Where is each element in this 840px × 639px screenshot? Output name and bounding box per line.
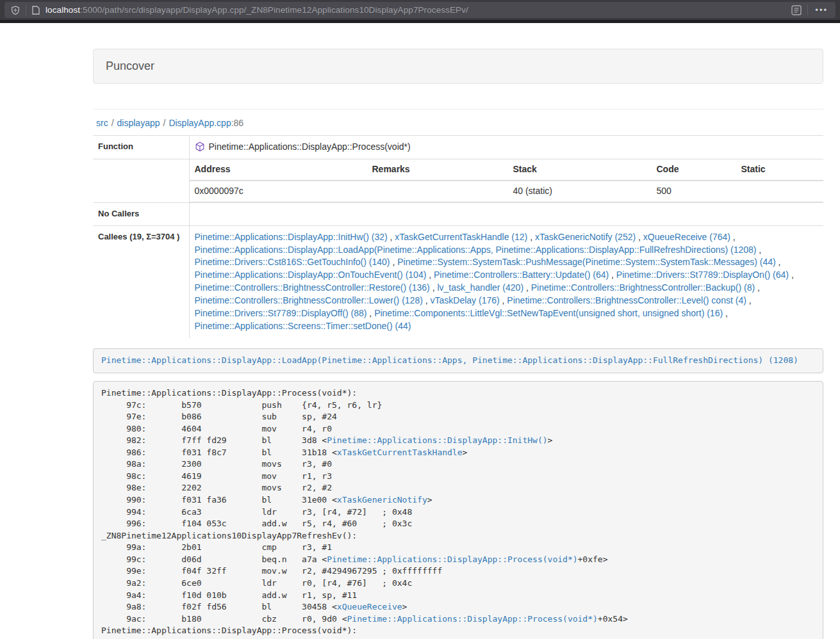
url-bar[interactable]: localhost:5000/path/src/displayapp/Displ…: [4, 2, 836, 18]
code-text: 982: f7ff fd29 bl 3d8 <: [101, 435, 327, 445]
browser-toolbar: localhost:5000/path/src/displayapp/Displ…: [0, 0, 840, 23]
code-line: 982: f7ff fd29 bl 3d8 <Pinetime::Applica…: [101, 435, 815, 447]
callee-link[interactable]: xQueueReceive (764): [643, 232, 730, 242]
code-symbol-link[interactable]: Pinetime::Applications::DisplayApp::Proc…: [347, 614, 598, 624]
code-text: Pinetime::Applications::DisplayApp::Proc…: [101, 626, 357, 635]
code-text: >: [463, 448, 468, 457]
callee-link[interactable]: Pinetime::Drivers::Cst816S::GetTouchInfo…: [195, 257, 390, 267]
code-text: 98a: 2300 movs r3, #0: [101, 459, 332, 469]
callee-link[interactable]: Pinetime::System::SystemTask::PushMessag…: [397, 257, 776, 267]
code-text: 97e: b086 sub sp, #24: [101, 412, 337, 421]
code-symbol-link[interactable]: Pinetime::Applications::DisplayApp::Proc…: [327, 554, 577, 564]
code-text: 990: f031 fa36 bl 31e00 <: [101, 495, 337, 505]
callers-row: No Callers: [93, 202, 823, 225]
code-text: 97c: b570 push {r4, r5, r6, lr}: [101, 400, 382, 410]
stack-value: 40 (static): [508, 181, 652, 202]
breadcrumb-link-displayapp[interactable]: displayapp: [117, 118, 160, 128]
function-row: Function Pinetime::Applications::Display…: [93, 136, 823, 159]
code-line: 990: f031 fa36 bl 31e00 <xTaskGenericNot…: [101, 494, 815, 506]
function-label: Function: [93, 136, 189, 159]
code-line: 994: 6ca3 ldr r3, [r4, #72] ; 0x48: [101, 506, 815, 519]
reader-mode-icon[interactable]: [791, 5, 802, 15]
code-symbol-link[interactable]: xQueueReceive: [337, 602, 402, 611]
callee-link[interactable]: lv_task_handler (420): [437, 282, 523, 293]
callee-link[interactable]: Pinetime::Controllers::BrightnessControl…: [507, 295, 746, 305]
static-value: [736, 181, 824, 202]
function-name: Pinetime::Applications::DisplayApp::Proc…: [209, 141, 411, 154]
shield-icon[interactable]: [11, 5, 20, 15]
col-remarks: Remarks: [367, 159, 508, 181]
divider-rule: [93, 109, 823, 109]
url-host: localhost: [45, 5, 80, 15]
col-static: Static: [736, 159, 824, 181]
col-address: Address: [190, 159, 367, 181]
callee-link[interactable]: Pinetime::Applications::DisplayApp::Init…: [195, 232, 388, 242]
function-table: Function Pinetime::Applications::Display…: [93, 135, 823, 338]
cube-icon: [195, 142, 205, 152]
address-value: 0x0000097c: [190, 181, 367, 202]
stats-table: Address Remarks Stack Code Static 0x0000…: [190, 159, 824, 202]
code-text: >: [427, 495, 432, 505]
code-line: 9a8: f02f fd56 bl 30458 <xQueueReceive>: [101, 601, 815, 613]
url-path: :5000/path/src/displayapp/DisplayApp.cpp…: [80, 5, 468, 15]
menu-ellipsis-icon[interactable]: •••: [814, 6, 829, 14]
callee-link[interactable]: Pinetime::Applications::DisplayApp::OnTo…: [195, 270, 427, 280]
code-line: Pinetime::Applications::DisplayApp::Proc…: [101, 625, 815, 637]
code-line: 9a4: f10d 010b add.w r1, sp, #11: [101, 590, 815, 602]
code-line: 980: 4604 mov r4, r0: [101, 423, 815, 435]
code-text: 9a2: 6ce0 ldr r0, [r4, #76] ; 0x4c: [101, 578, 412, 588]
breadcrumb-link-file[interactable]: DisplayApp.cpp: [169, 118, 231, 128]
callee-link[interactable]: Pinetime::Controllers::Battery::Update()…: [434, 270, 609, 280]
callee-link[interactable]: Pinetime::Controllers::BrightnessControl…: [195, 295, 423, 305]
code-symbol-link[interactable]: xTaskGenericNotify: [337, 495, 427, 505]
callee-link[interactable]: Pinetime::Components::LittleVgl::SetNewT…: [374, 308, 723, 318]
callees-label: Callees (19, Σ=3704 ): [93, 225, 189, 338]
callee-link[interactable]: Pinetime::Controllers::BrightnessControl…: [195, 282, 430, 293]
callees-list: Pinetime::Applications::DisplayApp::Init…: [189, 225, 823, 338]
page-title: Puncover: [106, 60, 154, 73]
code-text: 99a: 2b01 cmp r3, #1: [101, 542, 332, 552]
app-header: Puncover: [93, 49, 823, 84]
code-text: >: [548, 435, 553, 445]
breadcrumb-link-src[interactable]: src: [96, 118, 108, 128]
code-line: 996: f104 053c add.w r5, r4, #60 ; 0x3c: [101, 518, 815, 530]
code-text: >: [402, 602, 408, 611]
highlighted-symbol-box: Pinetime::Applications::DisplayApp::Load…: [93, 348, 823, 373]
code-line: 98e: 2202 movs r2, #2: [101, 482, 815, 494]
breadcrumb-separator: /: [108, 118, 117, 128]
breadcrumb: src/displayapp/DisplayApp.cpp:86: [93, 117, 823, 129]
callee-link[interactable]: Pinetime::Applications::Screens::Timer::…: [195, 321, 411, 331]
no-callers-label: No Callers: [93, 202, 189, 225]
code-symbol-link[interactable]: xTaskGetCurrentTaskHandle: [337, 448, 463, 457]
page-container: Puncover src/displayapp/DisplayApp.cpp:8…: [93, 49, 823, 639]
code-line: 99c: d06d beq.n a7a <Pinetime::Applicati…: [101, 554, 815, 566]
url-input[interactable]: localhost:5000/path/src/displayapp/Displ…: [45, 5, 786, 15]
callee-link[interactable]: xTaskGetCurrentTaskHandle (12): [395, 232, 527, 242]
callee-link[interactable]: vTaskDelay (176): [431, 295, 500, 305]
callee-link[interactable]: Pinetime::Drivers::St7789::DisplayOff() …: [195, 308, 367, 318]
code-text: 98e: 2202 movs r2, #2: [101, 483, 332, 492]
code-line: 97e: b086 sub sp, #24: [101, 411, 815, 423]
code-line: 99e: f04f 32ff mov.w r2, #4294967295 ; 0…: [101, 565, 815, 578]
col-stack: Stack: [508, 159, 652, 181]
callee-link[interactable]: Pinetime::Controllers::BrightnessControl…: [531, 282, 755, 293]
code-line: _ZN8Pinetime12Applications10DisplayApp7R…: [101, 530, 815, 542]
callee-link[interactable]: xTaskGenericNotify (252): [535, 232, 636, 242]
code-text: 99c: d06d beq.n a7a <: [101, 554, 327, 564]
code-line: 97c: b570 push {r4, r5, r6, lr}: [101, 400, 815, 412]
code-line: 9a2: 6ce0 ldr r0, [r4, #76] ; 0x4c: [101, 578, 815, 590]
code-size-value: 500: [652, 181, 736, 202]
code-symbol-link[interactable]: Pinetime::Applications::DisplayApp::Init…: [327, 435, 547, 445]
code-text: 99e: f04f 32ff mov.w r2, #4294967295 ; 0…: [101, 566, 442, 576]
callee-link[interactable]: Pinetime::Drivers::St7789::DisplayOn() (…: [616, 270, 789, 280]
stats-row: Address Remarks Stack Code Static 0x0000…: [93, 159, 823, 202]
code-text: 98c: 4619 mov r1, r3: [101, 471, 332, 481]
code-text: 9ac: b180 cbz r0, 9d0 <: [101, 614, 347, 624]
stats-value-row: 0x0000097c 40 (static) 500: [190, 181, 824, 202]
code-text: 9a8: f02f fd56 bl 30458 <: [101, 602, 337, 611]
breadcrumb-separator: /: [160, 118, 169, 128]
callee-link[interactable]: Pinetime::Applications::DisplayApp::Load…: [195, 245, 757, 255]
code-text: _ZN8Pinetime12Applications10DisplayApp7R…: [101, 531, 357, 540]
highlighted-symbol-link[interactable]: Pinetime::Applications::DisplayApp::Load…: [101, 355, 798, 365]
page-icon: [32, 6, 40, 15]
